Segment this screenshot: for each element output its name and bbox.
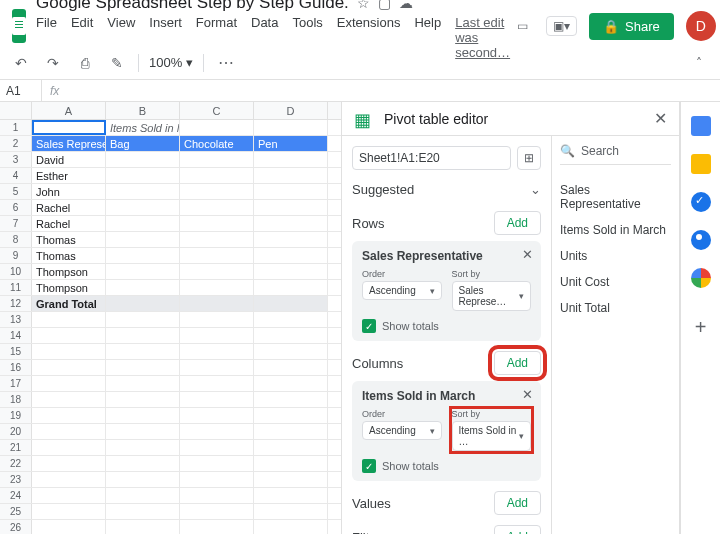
row-header[interactable]: 20	[0, 424, 32, 439]
cell[interactable]: Items Sold in March	[106, 120, 180, 135]
cell[interactable]	[254, 408, 328, 423]
columns-order-select[interactable]: Ascending▾	[362, 421, 442, 440]
contacts-icon[interactable]	[691, 230, 711, 250]
col-header[interactable]: C	[180, 102, 254, 119]
cell[interactable]	[106, 264, 180, 279]
star-icon[interactable]: ☆	[357, 0, 370, 11]
row-header[interactable]: 22	[0, 456, 32, 471]
cell[interactable]	[180, 424, 254, 439]
cell[interactable]	[32, 520, 106, 534]
add-values-button[interactable]: Add	[494, 491, 541, 515]
col-header[interactable]: A	[32, 102, 106, 119]
cell[interactable]: Sales Representa	[32, 136, 106, 151]
row-header[interactable]: 5	[0, 184, 32, 199]
cell[interactable]	[32, 120, 106, 135]
columns-sortby-select[interactable]: Items Sold in …▾	[452, 421, 532, 451]
cell[interactable]	[106, 456, 180, 471]
toolbar-more-icon[interactable]: ⋯	[218, 53, 234, 72]
cell[interactable]: Rachel	[32, 200, 106, 215]
row-header[interactable]: 1	[0, 120, 32, 135]
row-header[interactable]: 2	[0, 136, 32, 151]
cell[interactable]: Thompson	[32, 264, 106, 279]
cell[interactable]: Thomas	[32, 248, 106, 263]
cell[interactable]	[106, 232, 180, 247]
cell[interactable]	[180, 392, 254, 407]
cell[interactable]	[32, 312, 106, 327]
cell[interactable]	[180, 200, 254, 215]
cell[interactable]	[106, 472, 180, 487]
row-header[interactable]: 6	[0, 200, 32, 215]
cloud-icon[interactable]: ☁	[399, 0, 413, 11]
row-header[interactable]: 4	[0, 168, 32, 183]
row-header[interactable]: 9	[0, 248, 32, 263]
cell[interactable]	[254, 264, 328, 279]
menu-extensions[interactable]: Extensions	[337, 15, 401, 60]
row-header[interactable]: 7	[0, 216, 32, 231]
cell[interactable]	[254, 296, 328, 311]
cell[interactable]	[254, 248, 328, 263]
row-header[interactable]: 3	[0, 152, 32, 167]
field-item[interactable]: Unit Total	[560, 295, 671, 321]
cell[interactable]	[254, 424, 328, 439]
cell[interactable]	[254, 168, 328, 183]
cell[interactable]	[180, 264, 254, 279]
row-header[interactable]: 18	[0, 392, 32, 407]
collapse-toolbar-icon[interactable]: ˄	[696, 56, 702, 70]
cell[interactable]: Grand Total	[32, 296, 106, 311]
cell[interactable]	[106, 312, 180, 327]
row-header[interactable]: 15	[0, 344, 32, 359]
move-icon[interactable]: ▢	[378, 0, 391, 11]
cell[interactable]	[32, 376, 106, 391]
cell[interactable]	[106, 424, 180, 439]
calendar-icon[interactable]	[691, 116, 711, 136]
cell[interactable]	[32, 360, 106, 375]
cell[interactable]	[32, 504, 106, 519]
cell[interactable]	[106, 280, 180, 295]
cell[interactable]: Rachel	[32, 216, 106, 231]
data-range-input[interactable]: Sheet1!A1:E20	[352, 146, 511, 170]
cell[interactable]: Pen	[254, 136, 328, 151]
cell[interactable]	[32, 488, 106, 503]
cell[interactable]	[254, 120, 328, 135]
cell[interactable]	[180, 376, 254, 391]
tasks-icon[interactable]	[691, 192, 711, 212]
meet-button[interactable]: ▣▾	[546, 16, 577, 36]
cell[interactable]	[254, 280, 328, 295]
last-edit-link[interactable]: Last edit was second…	[455, 15, 510, 60]
cell[interactable]	[106, 392, 180, 407]
undo-icon[interactable]: ↶	[10, 52, 32, 74]
row-header[interactable]: 10	[0, 264, 32, 279]
cell[interactable]	[180, 440, 254, 455]
cell[interactable]	[106, 488, 180, 503]
cell[interactable]	[180, 520, 254, 534]
remove-field-icon[interactable]: ✕	[522, 387, 533, 402]
comments-icon[interactable]: ▭	[510, 14, 534, 38]
cell[interactable]	[106, 216, 180, 231]
cell[interactable]	[254, 360, 328, 375]
row-header[interactable]: 26	[0, 520, 32, 534]
cell[interactable]: Thomas	[32, 232, 106, 247]
select-range-icon[interactable]: ⊞	[517, 146, 541, 170]
keep-icon[interactable]	[691, 154, 711, 174]
cell[interactable]	[180, 168, 254, 183]
cell[interactable]	[254, 504, 328, 519]
cell[interactable]	[32, 344, 106, 359]
cell[interactable]	[32, 440, 106, 455]
menu-help[interactable]: Help	[414, 15, 441, 60]
cell[interactable]	[254, 232, 328, 247]
cell[interactable]	[180, 232, 254, 247]
menu-insert[interactable]: Insert	[149, 15, 182, 60]
cell[interactable]	[32, 408, 106, 423]
cell[interactable]	[254, 344, 328, 359]
menu-tools[interactable]: Tools	[292, 15, 322, 60]
search-input[interactable]: Search	[581, 144, 619, 158]
cell[interactable]	[180, 312, 254, 327]
field-item[interactable]: Items Sold in March	[560, 217, 671, 243]
cell[interactable]	[254, 472, 328, 487]
row-header[interactable]: 23	[0, 472, 32, 487]
add-filters-button[interactable]: Add	[494, 525, 541, 534]
spreadsheet-grid[interactable]: A B C D 1Items Sold in March2Sales Repre…	[0, 102, 342, 534]
row-header[interactable]: 14	[0, 328, 32, 343]
paint-format-icon[interactable]: ✎	[106, 52, 128, 74]
close-icon[interactable]: ✕	[654, 109, 667, 128]
